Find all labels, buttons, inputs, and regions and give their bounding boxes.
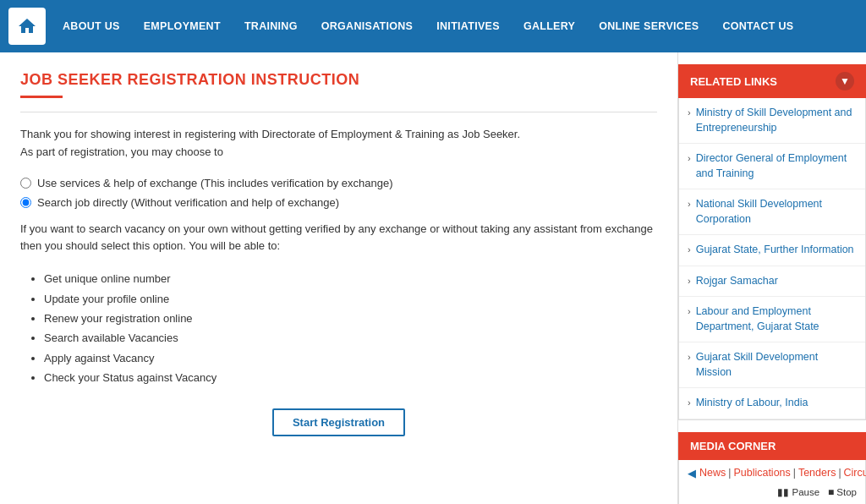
- home-button[interactable]: [8, 8, 46, 45]
- related-link-item[interactable]: › Ministry of Labour, India: [679, 388, 865, 419]
- nav-item-contact-us[interactable]: CONTACT US: [710, 0, 805, 52]
- radio-option2-input[interactable]: [20, 197, 31, 208]
- related-links-icon: ▼: [836, 72, 854, 90]
- media-tab-tenders[interactable]: Tenders: [798, 467, 836, 479]
- media-tabs: ◀ News | Publications | Tenders | Circul…: [688, 467, 857, 479]
- related-link-item[interactable]: › Gujarat Skill Development Mission: [679, 342, 865, 388]
- radio-group: Use services & help of exchange (This in…: [20, 177, 657, 209]
- nav-item-organisations[interactable]: ORGANISATIONS: [310, 0, 425, 52]
- media-arrow-left[interactable]: ◀: [688, 467, 696, 479]
- chevron-icon: ›: [688, 152, 691, 165]
- navbar: ABOUT US EMPLOYMENT TRAINING ORGANISATIO…: [0, 0, 866, 52]
- chevron-icon: ›: [688, 244, 691, 256]
- start-registration-button[interactable]: Start Registration: [272, 408, 405, 436]
- nav-item-training[interactable]: TRAINING: [233, 0, 310, 52]
- title-underline: [20, 96, 63, 98]
- page-container: JOB SEEKER REGISTRATION INSTRUCTION Than…: [0, 52, 866, 504]
- nav-item-gallery[interactable]: GALLERY: [512, 0, 587, 52]
- media-corner-body: ◀ News | Publications | Tenders | Circul…: [678, 460, 866, 505]
- sidebar: RELATED LINKS ▼ › Ministry of Skill Deve…: [678, 52, 866, 504]
- chevron-icon: ›: [688, 275, 691, 288]
- radio-option1-label[interactable]: Use services & help of exchange (This in…: [20, 177, 657, 189]
- nav-item-online-services[interactable]: ONLINE SERVICES: [587, 0, 710, 52]
- related-link-item[interactable]: › Ministry of Skill Development and Entr…: [679, 98, 865, 144]
- chevron-icon: ›: [688, 107, 691, 119]
- radio-option1-input[interactable]: [20, 178, 31, 189]
- radio-option2-label[interactable]: Search job directly (Without verificatio…: [20, 196, 657, 209]
- media-tab-news[interactable]: News: [699, 467, 726, 479]
- related-link-item[interactable]: › Rojgar Samachar: [679, 266, 865, 298]
- chevron-icon: ›: [688, 397, 691, 409]
- related-link-item[interactable]: › Gujarat State, Further Information: [679, 235, 865, 266]
- chevron-icon: ›: [688, 305, 691, 318]
- related-links-list: › Ministry of Skill Development and Entr…: [678, 98, 866, 420]
- content-divider: [20, 112, 657, 112]
- pause-button[interactable]: ▮▮ Pause: [777, 486, 819, 498]
- stop-button[interactable]: ■ Stop: [828, 486, 857, 498]
- related-links-header: RELATED LINKS ▼: [678, 64, 866, 98]
- pause-icon: ▮▮: [777, 486, 789, 498]
- list-item: Search available Vacancies: [44, 328, 657, 348]
- related-link-item[interactable]: › Director General of Employment and Tra…: [679, 144, 865, 189]
- related-link-item[interactable]: › Labour and Employment Department, Guja…: [679, 297, 865, 342]
- intro-text: Thank you for showing interest in regist…: [20, 126, 657, 162]
- chevron-icon: ›: [688, 198, 691, 211]
- page-title: JOB SEEKER REGISTRATION INSTRUCTION: [20, 71, 657, 89]
- nav-item-initiatives[interactable]: INITIATIVES: [425, 0, 512, 52]
- bullet-list: Get unique online number Update your pro…: [44, 269, 657, 387]
- list-item: Apply against Vacancy: [44, 348, 657, 368]
- list-item: Check your Status against Vacancy: [44, 368, 657, 387]
- media-corner-header: MEDIA CORNER: [678, 432, 866, 460]
- list-item: Get unique online number: [44, 269, 657, 288]
- stop-icon: ■: [828, 486, 834, 498]
- media-controls: ▮▮ Pause ■ Stop: [688, 486, 857, 498]
- list-item: Renew your registration online: [44, 309, 657, 328]
- media-corner: MEDIA CORNER ◀ News | Publications | Ten…: [678, 432, 866, 505]
- nav-menu: ABOUT US EMPLOYMENT TRAINING ORGANISATIO…: [51, 0, 805, 52]
- chevron-icon: ›: [688, 351, 691, 364]
- nav-item-about-us[interactable]: ABOUT US: [51, 0, 132, 52]
- nav-item-employment[interactable]: EMPLOYMENT: [132, 0, 233, 52]
- description-text: If you want to search vacancy on your ow…: [20, 221, 657, 256]
- related-link-item[interactable]: › National Skill Development Corporation: [679, 189, 865, 235]
- main-content: JOB SEEKER REGISTRATION INSTRUCTION Than…: [0, 52, 678, 504]
- media-tab-publications[interactable]: Publications: [733, 467, 790, 479]
- media-tab-circular[interactable]: Circular: [844, 467, 866, 479]
- list-item: Update your profile online: [44, 289, 657, 309]
